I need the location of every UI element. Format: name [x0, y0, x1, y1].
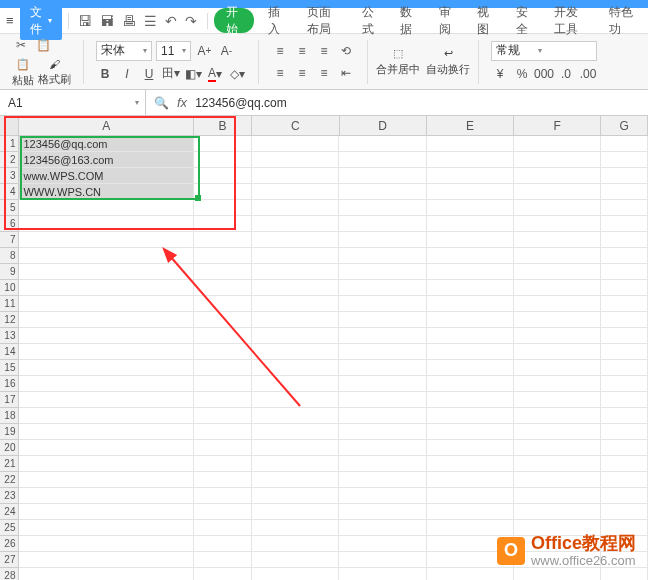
cell[interactable]: [427, 200, 514, 216]
row-header[interactable]: 7: [0, 232, 19, 248]
cell[interactable]: [601, 280, 648, 296]
print-preview-icon[interactable]: ☰: [144, 13, 157, 29]
cell[interactable]: [427, 296, 514, 312]
row-header[interactable]: 19: [0, 424, 19, 440]
cell[interactable]: [514, 312, 601, 328]
cell[interactable]: [601, 424, 648, 440]
cell[interactable]: [427, 456, 514, 472]
file-menu[interactable]: 文件 ▾: [20, 2, 62, 40]
cell[interactable]: [514, 360, 601, 376]
row-header[interactable]: 21: [0, 456, 19, 472]
bold-icon[interactable]: B: [96, 65, 114, 83]
clear-format-icon[interactable]: ◇▾: [228, 65, 246, 83]
font-size-select[interactable]: 11 ▾: [156, 41, 191, 61]
cell[interactable]: [514, 488, 601, 504]
cell[interactable]: [427, 568, 514, 580]
cell[interactable]: [339, 456, 426, 472]
cell[interactable]: [252, 472, 339, 488]
select-all-corner[interactable]: [0, 116, 19, 135]
cell[interactable]: [601, 232, 648, 248]
cell[interactable]: [19, 392, 193, 408]
cell[interactable]: [339, 504, 426, 520]
row-header[interactable]: 18: [0, 408, 19, 424]
cell[interactable]: [252, 360, 339, 376]
cell[interactable]: [339, 392, 426, 408]
cell[interactable]: [339, 200, 426, 216]
cell[interactable]: [19, 232, 193, 248]
column-header[interactable]: A: [19, 116, 194, 135]
cell[interactable]: [19, 280, 193, 296]
cell[interactable]: [19, 552, 193, 568]
cell[interactable]: [601, 456, 648, 472]
cell[interactable]: [194, 200, 252, 216]
column-header[interactable]: E: [427, 116, 514, 135]
column-header[interactable]: B: [194, 116, 252, 135]
cell[interactable]: [339, 312, 426, 328]
cell[interactable]: WWW.WPS.CN: [19, 184, 193, 200]
cell[interactable]: [514, 344, 601, 360]
cell[interactable]: [19, 200, 193, 216]
cell[interactable]: [252, 168, 339, 184]
cell[interactable]: [19, 216, 193, 232]
row-header[interactable]: 1: [0, 136, 19, 152]
tab-dev[interactable]: 开发工具: [546, 8, 595, 33]
cell[interactable]: [194, 280, 252, 296]
cell[interactable]: [514, 456, 601, 472]
cell[interactable]: [252, 520, 339, 536]
cell[interactable]: [19, 312, 193, 328]
cell[interactable]: [194, 440, 252, 456]
cell[interactable]: [427, 472, 514, 488]
cell[interactable]: [194, 472, 252, 488]
tab-special[interactable]: 特色功: [601, 8, 642, 33]
cell[interactable]: [427, 424, 514, 440]
indent-icon[interactable]: ⇤: [337, 64, 355, 82]
number-format-select[interactable]: 常规 ▾: [491, 41, 597, 61]
cell[interactable]: [252, 424, 339, 440]
cell[interactable]: [339, 232, 426, 248]
cell[interactable]: [252, 376, 339, 392]
cell[interactable]: [19, 360, 193, 376]
cell[interactable]: [339, 136, 426, 152]
decrease-font-icon[interactable]: A-: [217, 42, 235, 60]
cell[interactable]: [339, 376, 426, 392]
cell[interactable]: [339, 328, 426, 344]
currency-icon[interactable]: ¥: [491, 65, 509, 83]
row-header[interactable]: 17: [0, 392, 19, 408]
font-color-icon[interactable]: A▾: [206, 65, 224, 83]
cell[interactable]: [194, 520, 252, 536]
cell[interactable]: [194, 360, 252, 376]
row-header[interactable]: 6: [0, 216, 19, 232]
cell[interactable]: [339, 248, 426, 264]
cell[interactable]: [194, 216, 252, 232]
cell[interactable]: [339, 296, 426, 312]
cell[interactable]: [514, 424, 601, 440]
cell[interactable]: [601, 296, 648, 312]
cell[interactable]: [514, 376, 601, 392]
cell[interactable]: [194, 264, 252, 280]
cell[interactable]: [339, 552, 426, 568]
cell[interactable]: [514, 328, 601, 344]
cell[interactable]: [601, 168, 648, 184]
cell[interactable]: [19, 456, 193, 472]
cell[interactable]: [514, 472, 601, 488]
cell[interactable]: [514, 280, 601, 296]
row-header[interactable]: 12: [0, 312, 19, 328]
cell[interactable]: [339, 168, 426, 184]
cell[interactable]: [427, 184, 514, 200]
increase-decimal-icon[interactable]: .0: [557, 65, 575, 83]
cell[interactable]: [252, 552, 339, 568]
cell[interactable]: [194, 328, 252, 344]
format-painter-button[interactable]: 🖌 格式刷: [38, 58, 71, 87]
cell[interactable]: [19, 376, 193, 392]
row-header[interactable]: 22: [0, 472, 19, 488]
save-icon[interactable]: 🖫: [78, 13, 92, 29]
cell[interactable]: [427, 280, 514, 296]
cell[interactable]: [194, 136, 252, 152]
tab-security[interactable]: 安全: [508, 8, 540, 33]
orientation-icon[interactable]: ⟲: [337, 42, 355, 60]
cell[interactable]: [601, 216, 648, 232]
decrease-decimal-icon[interactable]: .00: [579, 65, 597, 83]
cell[interactable]: [194, 376, 252, 392]
cell[interactable]: [194, 344, 252, 360]
cell[interactable]: [601, 568, 648, 580]
